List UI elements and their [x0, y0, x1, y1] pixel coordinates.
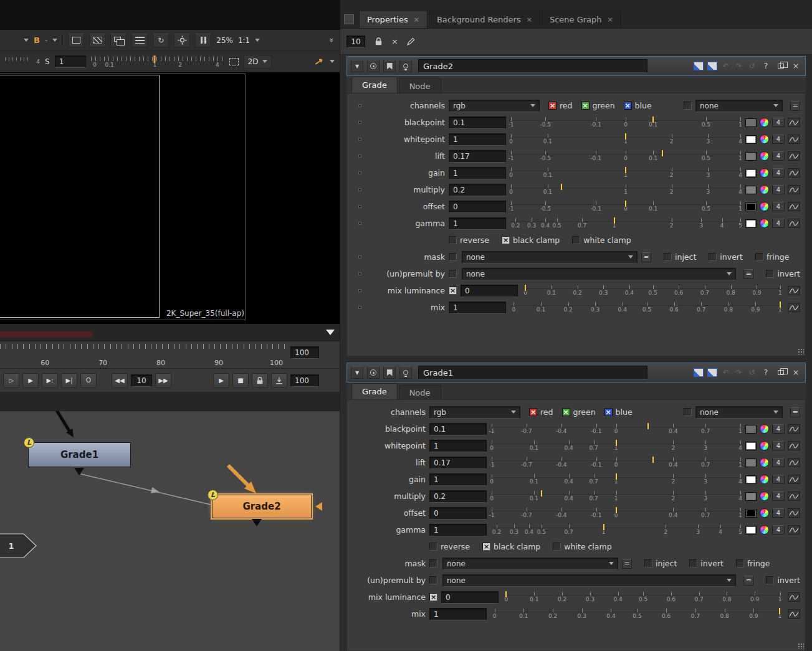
offset-input[interactable]: 0	[449, 201, 506, 213]
slider-handle[interactable]	[615, 473, 618, 480]
channel-display-button-1[interactable]	[694, 368, 704, 377]
range-end-field[interactable]: 100	[290, 346, 319, 359]
tab-close-icon[interactable]: ×	[527, 16, 532, 24]
next-increment-button[interactable]: ▶▶	[155, 373, 171, 388]
chevron-down-icon[interactable]	[330, 60, 335, 63]
buffer-dropdown-stub[interactable]	[5, 39, 29, 42]
multi-value-button[interactable]: 4	[772, 151, 785, 161]
slider-handle[interactable]	[624, 133, 627, 140]
refresh-button[interactable]: ↻	[153, 34, 169, 47]
reverse-toggle[interactable]: reverse	[429, 542, 470, 551]
slider[interactable]: -1-0.7-0.4-0.100.40.71	[492, 422, 740, 437]
multi-value-button[interactable]: 4	[772, 525, 785, 535]
channel-display-button-2[interactable]	[707, 368, 717, 377]
slider[interactable]: 00.11234	[511, 166, 740, 181]
curve-button[interactable]	[788, 168, 800, 178]
offset-input[interactable]: 0	[429, 507, 487, 520]
settings-button[interactable]	[174, 34, 190, 47]
slider-handle[interactable]	[779, 301, 781, 308]
red-channel-toggle[interactable]: ×red	[529, 407, 553, 417]
color-swatch-button[interactable]	[745, 526, 757, 535]
white-clamp-checkbox[interactable]	[572, 236, 580, 244]
float-panel-button[interactable]	[775, 367, 786, 378]
curve-button[interactable]	[788, 592, 800, 602]
invert-toggle[interactable]: invert	[709, 252, 743, 262]
curve-button[interactable]	[788, 458, 800, 467]
color-wheel-button[interactable]	[760, 168, 769, 178]
multi-value-button[interactable]: 4	[772, 492, 785, 501]
play-to-end-button[interactable]: ▶|	[61, 373, 77, 388]
curve-button[interactable]	[788, 219, 800, 228]
mix-luminance-input[interactable]: 0	[461, 285, 518, 297]
edit-button[interactable]	[406, 36, 417, 47]
zoom-level[interactable]: 25%	[216, 36, 233, 45]
tab-properties[interactable]: Properties×	[359, 11, 427, 28]
green-checkbox[interactable]: ×	[562, 408, 570, 416]
tab-node[interactable]: Node	[399, 78, 441, 93]
black-clamp-toggle[interactable]: ×black clamp	[482, 542, 540, 551]
slider[interactable]: 0.20.30.40.50.712345	[511, 216, 740, 231]
color-wheel-button[interactable]	[760, 458, 769, 467]
blue-channel-toggle[interactable]: ×blue	[624, 101, 652, 110]
blackpoint-input[interactable]: 0.1	[449, 116, 506, 129]
slider-handle[interactable]	[652, 456, 654, 463]
fps-field[interactable]: 100	[290, 374, 319, 387]
crop-button[interactable]	[68, 34, 84, 47]
clear-panels-button[interactable]: ×	[391, 37, 398, 46]
panel-collapse-button[interactable]: ▼	[351, 60, 363, 72]
multi-value-button[interactable]: 4	[772, 118, 785, 127]
slider[interactable]: 00.10.40.71234	[492, 439, 740, 454]
color-swatch-button[interactable]	[745, 492, 757, 501]
color-swatch-button[interactable]	[745, 152, 757, 161]
multiply-input[interactable]: 0.2	[429, 490, 487, 503]
slider-handle[interactable]	[652, 116, 654, 123]
color-swatch-button[interactable]	[745, 135, 757, 144]
slider[interactable]: 00.10.20.30.40.50.60.70.80.91	[504, 590, 783, 605]
slider[interactable]: 00.10.40.71234	[492, 489, 740, 504]
fringe-toggle[interactable]: fringe	[736, 559, 770, 568]
slider-handle[interactable]	[615, 439, 618, 447]
mask-checkbox[interactable]	[449, 253, 457, 261]
inject-checkbox[interactable]	[664, 253, 672, 261]
node-grade1[interactable]: L Grade1	[28, 442, 131, 467]
slider[interactable]: -1-0.5-0.100.10.51	[511, 199, 740, 214]
viewer-menu-triangle-icon[interactable]	[326, 330, 335, 335]
lift-input[interactable]: 0.17	[449, 150, 506, 163]
panel-bookmark-button[interactable]	[383, 60, 396, 72]
color-wheel-button[interactable]	[760, 441, 769, 450]
flipbook-button[interactable]: ▶	[213, 373, 229, 388]
mask-dropdown[interactable]: none	[462, 251, 638, 264]
tab-close-icon[interactable]: ×	[414, 16, 419, 24]
gamma-slider-stub[interactable]: 4	[5, 55, 40, 69]
inject-toggle[interactable]: inject	[644, 559, 677, 568]
b-buffer-button[interactable]: B	[34, 36, 40, 45]
color-wheel-button[interactable]	[760, 135, 769, 144]
mix-luminance-checkbox[interactable]: ×	[429, 593, 437, 601]
curve-button[interactable]	[788, 508, 800, 518]
color-wheel-button[interactable]	[760, 185, 769, 194]
whitepoint-input[interactable]: 1	[429, 440, 487, 452]
overlay-button[interactable]	[89, 34, 105, 47]
panel-bookmark-button[interactable]	[383, 366, 396, 379]
green-channel-toggle[interactable]: ×green	[562, 407, 596, 417]
tab-scene-graph[interactable]: Scene Graph×	[542, 11, 621, 28]
channels-dropdown[interactable]: rgb	[449, 100, 540, 112]
multi-value-button[interactable]: 4	[772, 135, 785, 144]
play-button[interactable]: ▶	[22, 373, 39, 388]
curve-button[interactable]	[788, 492, 800, 501]
tab-background-renders[interactable]: Background Renders×	[429, 11, 540, 28]
invert-checkbox[interactable]	[689, 559, 697, 568]
channels-dropdown[interactable]: rgb	[429, 406, 520, 419]
inject-checkbox[interactable]	[644, 559, 652, 568]
gain-slider[interactable]: 00.1124	[91, 55, 224, 69]
slider[interactable]: 00.10.20.30.40.50.60.70.80.91	[523, 283, 783, 298]
pointer-icon[interactable]	[314, 56, 324, 66]
node-output-arrow[interactable]	[74, 468, 84, 475]
curve-button[interactable]	[788, 286, 800, 295]
current-frame-field[interactable]: 10	[131, 374, 152, 387]
multi-value-button[interactable]: 4	[772, 168, 785, 178]
tab-node[interactable]: Node	[399, 385, 441, 399]
gamma-input[interactable]: 1	[449, 217, 506, 230]
mix-luminance-input[interactable]: 0	[441, 591, 499, 604]
slider-handle[interactable]	[661, 150, 664, 157]
